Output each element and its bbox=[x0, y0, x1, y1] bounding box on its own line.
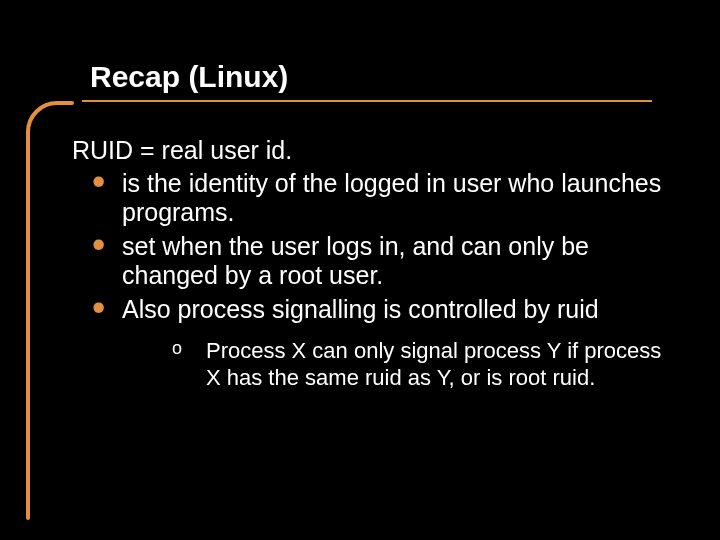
bullet-list: is the identity of the logged in user wh… bbox=[72, 169, 662, 391]
sub-bullet-list: Process X can only signal process Y if p… bbox=[122, 338, 662, 391]
list-item: Process X can only signal process Y if p… bbox=[172, 338, 662, 391]
slide-title: Recap (Linux) bbox=[90, 60, 650, 93]
list-item: set when the user logs in, and can only … bbox=[92, 232, 662, 291]
title-underline bbox=[82, 100, 652, 102]
sub-bullet-text: Process X can only signal process Y if p… bbox=[206, 338, 661, 389]
slide: Recap (Linux) RUID = real user id. is th… bbox=[0, 0, 720, 540]
body-content: RUID = real user id. is the identity of … bbox=[72, 136, 662, 395]
title-row: Recap (Linux) bbox=[90, 60, 650, 93]
list-item: Also process signalling is controlled by… bbox=[92, 295, 662, 391]
list-item: is the identity of the logged in user wh… bbox=[92, 169, 662, 228]
lead-line: RUID = real user id. bbox=[72, 136, 662, 165]
bullet-text: is the identity of the logged in user wh… bbox=[122, 169, 661, 227]
bullet-text: Also process signalling is controlled by… bbox=[122, 295, 599, 323]
decorative-l-frame bbox=[25, 100, 75, 520]
bullet-text: set when the user logs in, and can only … bbox=[122, 232, 589, 290]
